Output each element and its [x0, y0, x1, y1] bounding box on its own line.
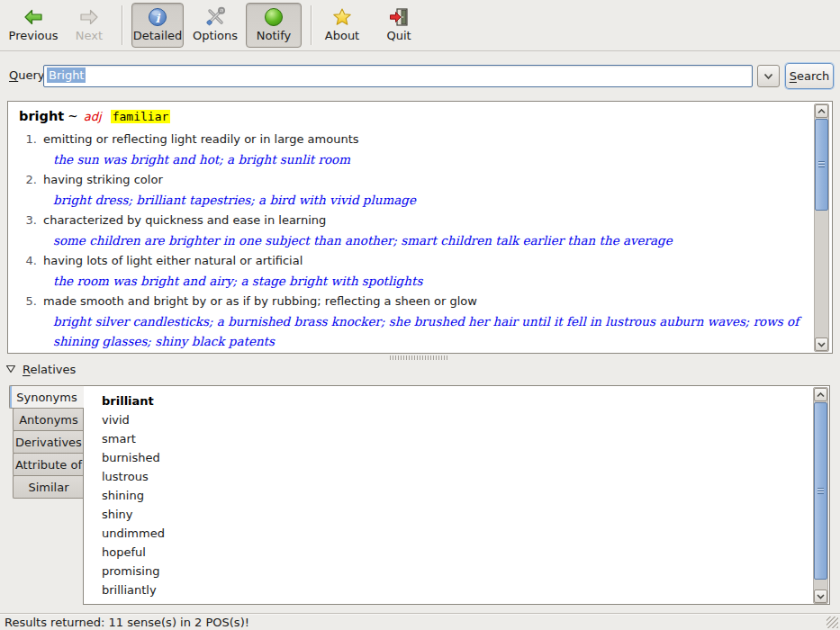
usage-marker: familiar [111, 110, 171, 123]
detailed-toggle-button[interactable]: i Detailed [131, 3, 184, 48]
sense-definition: characterized by quickness and ease in l… [43, 213, 326, 227]
chevron-up-icon [817, 109, 826, 114]
toolbar: Previous Next i Detailed Options [0, 0, 840, 51]
chevron-down-icon [817, 342, 826, 347]
notify-toggle-button[interactable]: Notify [246, 3, 302, 48]
sense-definition: made smooth and bright by or as if by ru… [43, 294, 477, 308]
scroll-down-button[interactable] [815, 338, 828, 351]
info-icon: i [147, 6, 168, 28]
tools-icon [204, 6, 226, 28]
star-icon [331, 6, 353, 28]
sense-example: some children are brighter in one subjec… [19, 230, 810, 250]
sense-example: the room was bright and airy; a stage br… [19, 271, 810, 291]
sense-number: 4. [19, 250, 37, 271]
results-header: bright ~ adj familiar [19, 104, 810, 129]
toolbar-separator [311, 5, 312, 45]
sense-number: 2. [19, 169, 37, 190]
sense-number: 3. [19, 210, 37, 230]
relatives-tabs: Synonyms Antonyms Derivatives Attribute … [9, 385, 84, 499]
query-input-selected-text: Bright [47, 68, 86, 83]
relatives-list: brilliant vivid smart burnished lustrous… [84, 392, 811, 605]
tab-antonyms[interactable]: Antonyms [13, 408, 84, 431]
query-input[interactable]: Bright [43, 65, 753, 87]
arrow-right-icon [78, 6, 100, 28]
list-item[interactable]: brightly [84, 599, 811, 605]
list-item[interactable]: hopeful [84, 543, 811, 562]
tab-attribute-of[interactable]: Attribute of [13, 453, 84, 476]
about-label: About [320, 29, 365, 42]
relatives-panel: brilliant vivid smart burnished lustrous… [83, 385, 830, 605]
part-of-speech: adj [84, 110, 102, 123]
exit-door-icon [388, 6, 410, 28]
detailed-label: Detailed [128, 29, 188, 42]
list-item[interactable]: vivid [84, 410, 811, 429]
tab-similar[interactable]: Similar [13, 475, 84, 499]
results-scrollbar[interactable] [814, 104, 829, 352]
sense-entry: 4.having lots of light either natural or… [19, 250, 810, 291]
list-item[interactable]: brilliantly [84, 580, 811, 599]
status-bar: Results returned: 11 sense(s) in 2 POS(s… [0, 613, 840, 630]
previous-label: Previous [4, 29, 64, 42]
next-button: Next [68, 3, 110, 48]
query-history-dropdown-button[interactable] [757, 65, 780, 87]
list-item[interactable]: smart [84, 429, 811, 448]
quit-label: Quit [381, 29, 416, 42]
results-panel: bright ~ adj familiar 1.emitting or refl… [7, 101, 833, 354]
chevron-up-icon [817, 392, 825, 398]
results-scrollbar-thumb[interactable] [815, 119, 828, 211]
tab-synonyms[interactable]: Synonyms [9, 385, 84, 409]
pane-resize-handle[interactable] [390, 356, 449, 360]
chevron-down-icon [763, 73, 773, 80]
relatives-label: Relatives [23, 363, 76, 376]
chevron-down-icon [817, 594, 825, 599]
sense-entry: 1.emitting or reflecting light readily o… [19, 129, 810, 169]
sense-entry: 5.made smooth and bright by or as if by … [19, 291, 810, 351]
relatives-expander[interactable]: Relatives [5, 360, 76, 378]
next-label: Next [70, 29, 108, 42]
list-item[interactable]: shining [84, 486, 811, 505]
list-item[interactable]: brilliant [84, 392, 811, 410]
arrow-left-icon [23, 6, 44, 28]
status-text: Results returned: 11 sense(s) in 2 POS(s… [5, 616, 249, 629]
toolbar-separator [122, 5, 122, 45]
list-item[interactable]: promising [84, 562, 811, 580]
list-item[interactable]: undimmed [84, 524, 811, 543]
sense-number: 1. [19, 129, 37, 149]
list-item[interactable]: shiny [84, 505, 811, 524]
sense-entry: 2.having striking color bright dress; br… [19, 169, 810, 210]
previous-button[interactable]: Previous [4, 3, 63, 48]
headword: bright [19, 109, 64, 123]
sense-example: bright dress; brilliant tapestries; a bi… [19, 190, 810, 210]
quit-button[interactable]: Quit [379, 3, 419, 48]
sense-example: the sun was bright and hot; a bright sun… [19, 149, 810, 169]
expander-triangle-icon [5, 364, 16, 374]
sense-entry: 3.characterized by quickness and ease in… [19, 210, 810, 250]
sense-definition: having lots of light either natural or a… [43, 254, 303, 267]
query-label: Query [9, 68, 45, 82]
scroll-up-button[interactable] [814, 388, 827, 401]
sense-definition: having striking color [43, 173, 163, 186]
scroll-up-button[interactable] [815, 104, 828, 118]
list-item[interactable]: lustrous [84, 467, 811, 486]
query-row: Query Bright Search [0, 52, 840, 99]
resize-grip[interactable] [826, 616, 838, 628]
about-button[interactable]: About [321, 3, 364, 48]
sense-definition: emitting or reflecting light readily or … [43, 132, 359, 146]
sense-number: 5. [19, 291, 37, 311]
options-button[interactable]: Options [188, 3, 242, 48]
list-item[interactable]: burnished [84, 448, 811, 467]
relatives-scrollbar[interactable] [813, 387, 828, 604]
relatives-scrollbar-thumb[interactable] [814, 402, 827, 580]
results-text[interactable]: bright ~ adj familiar 1.emitting or refl… [8, 102, 810, 353]
options-label: Options [187, 29, 243, 42]
scroll-down-button[interactable] [814, 590, 827, 603]
search-button-label: Search [790, 69, 830, 83]
tab-derivatives[interactable]: Derivatives [13, 430, 84, 454]
green-orb-icon [263, 6, 285, 28]
notify-label: Notify [251, 29, 296, 42]
sense-example: bright silver candlesticks; a burnished … [19, 311, 810, 351]
search-button[interactable]: Search [785, 63, 834, 89]
